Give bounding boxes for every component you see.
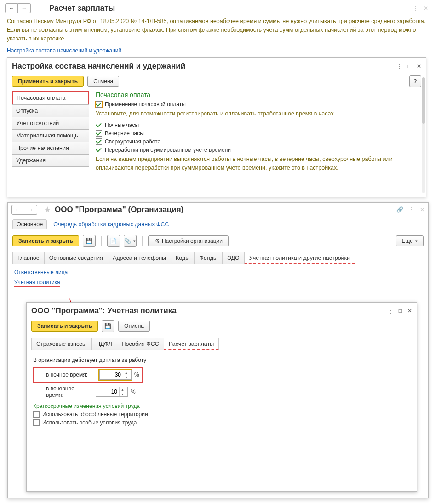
save-close-button[interactable]: Записать и закрыть [12, 235, 79, 246]
page-title: Расчет зарплаты [49, 4, 115, 13]
save-button[interactable] [102, 320, 114, 332]
overtime-checkbox[interactable] [96, 138, 102, 145]
tab-salary-calc[interactable]: Расчет зарплаты [164, 338, 219, 350]
divider [101, 236, 102, 246]
tab-insurance[interactable]: Страховые взносы [31, 338, 92, 350]
side-tab-absence[interactable]: Учет отсутствий [12, 117, 89, 130]
section-title: Краткосрочные изменения условий труда [33, 403, 410, 409]
maximize-icon[interactable] [408, 63, 411, 69]
percent-label: % [131, 389, 136, 395]
menu-icon[interactable] [412, 5, 418, 11]
night-row-highlight: в ночное время: ▲ ▼ % [33, 367, 143, 383]
spin-up[interactable]: ▲ [123, 370, 129, 375]
config-link[interactable]: Настройка состава начислений и удержаний [1, 46, 127, 55]
spin-down[interactable]: ▼ [123, 375, 129, 379]
maximize-icon[interactable] [399, 308, 402, 314]
hourly-checkbox[interactable] [96, 101, 102, 108]
policy-link[interactable]: Учетная политика [14, 279, 60, 287]
night-input[interactable] [100, 372, 123, 378]
attach-icon [124, 238, 131, 244]
apply-close-button[interactable]: Применить и закрыть [12, 76, 84, 87]
org-panel: ← → ★ ООО "Программа" (Организация) Осно… [7, 202, 429, 498]
subnav-queue[interactable]: Очередь обработки кадровых данных ФСС [53, 221, 169, 228]
tab-funds[interactable]: Фонды [194, 252, 223, 264]
policy-title: ООО "Программа": Учетная политика [31, 306, 177, 315]
hourly-label: Применение почасовой оплаты [105, 101, 186, 108]
schedule-help: Если на вашем предприятии выполняются ра… [96, 155, 421, 172]
link-icon[interactable] [396, 206, 403, 213]
tab-policy-settings[interactable]: Учетная политика и другие настройки [244, 252, 355, 264]
evening-checkbox[interactable] [96, 130, 102, 137]
print-icon [154, 238, 160, 244]
tab-basic[interactable]: Основные сведения [44, 252, 108, 264]
menu-icon[interactable] [409, 206, 414, 213]
side-tab-hourly[interactable]: Почасовая оплата [12, 91, 89, 105]
spin-down[interactable]: ▼ [120, 392, 126, 396]
side-tab-deductions[interactable]: Удержания [12, 154, 89, 167]
menu-icon[interactable] [397, 63, 402, 69]
night-spinner: ▲ ▼ [99, 370, 132, 380]
evening-label: в вечернее время: [33, 385, 93, 398]
org-header: ← → ★ ООО "Программа" (Организация) [8, 203, 428, 217]
config-header: Настройка состава начислений и удержаний [7, 58, 426, 74]
back-button[interactable]: ← [5, 3, 18, 13]
tab-edo[interactable]: ЭДО [222, 252, 245, 264]
save-icon [104, 323, 111, 329]
cancel-button[interactable]: Отмена [87, 76, 119, 87]
policy-panel: ООО "Программа": Учетная политика Записа… [26, 302, 417, 492]
doc-button[interactable] [107, 235, 120, 247]
attach-button[interactable] [124, 235, 137, 247]
info-text: Согласно Письму Минтруда РФ от 18.05.202… [1, 15, 432, 46]
close-icon[interactable] [424, 5, 428, 11]
subnav-main[interactable]: Основное [12, 219, 47, 229]
scrollbar[interactable] [422, 77, 425, 193]
tab-main[interactable]: Главное [12, 252, 45, 264]
save-button[interactable] [83, 235, 96, 247]
territories-checkbox[interactable] [33, 411, 40, 418]
overtime-label: Сверхурочная работа [105, 138, 160, 145]
outer-actions [412, 5, 428, 11]
summarized-label: Переработки при суммированном учете врем… [105, 147, 231, 153]
org-links: Ответственные лица Учетная политика [8, 264, 428, 292]
more-button[interactable]: Еще [396, 235, 424, 246]
org-subnav: Основное Очередь обработки кадровых данн… [8, 217, 428, 232]
config-side-tabs: Почасовая оплата Отпуска Учет отсутствий… [12, 91, 89, 176]
tab-benefits[interactable]: Пособия ФСС [117, 338, 164, 350]
forward-button[interactable]: → [24, 205, 37, 215]
save-close-button[interactable]: Записать и закрыть [31, 321, 98, 332]
org-title: ООО "Программа" (Организация) [55, 205, 183, 214]
cancel-button[interactable]: Отмена [118, 321, 150, 332]
evening-input[interactable] [96, 389, 119, 395]
side-tab-vacation[interactable]: Отпуска [12, 104, 89, 117]
menu-icon[interactable] [388, 308, 393, 314]
print-settings-button[interactable]: Настройки организации [148, 235, 229, 246]
side-tab-other[interactable]: Прочие начисления [12, 142, 89, 155]
night-checkbox[interactable] [96, 122, 102, 128]
summarized-checkbox[interactable] [96, 147, 102, 153]
responsible-link[interactable]: Ответственные лица [14, 269, 422, 275]
tab-codes[interactable]: Коды [171, 252, 195, 264]
close-icon[interactable] [420, 206, 424, 213]
policy-body: В организации действует доплата за работ… [27, 350, 417, 430]
policy-header: ООО "Программа": Учетная политика [27, 303, 417, 319]
territories-label: Использовать обособленные территории [42, 411, 148, 418]
back-button[interactable]: ← [11, 205, 24, 215]
star-icon[interactable]: ★ [44, 205, 51, 215]
config-content: Почасовая оплата Применение почасовой оп… [96, 91, 421, 176]
policy-tabs: Страховые взносы НДФЛ Пособия ФСС Расчет… [27, 336, 417, 350]
tab-ndfl[interactable]: НДФЛ [91, 338, 117, 350]
content-heading: Почасовая оплата [96, 91, 421, 98]
tab-addresses[interactable]: Адреса и телефоны [108, 252, 171, 264]
side-tab-material[interactable]: Материальная помощь [12, 129, 89, 142]
config-body: Почасовая оплата Отпуска Учет отсутствий… [7, 91, 426, 180]
close-icon[interactable] [417, 63, 421, 69]
policy-toolbar: Записать и закрыть Отмена [27, 319, 417, 336]
close-icon[interactable] [407, 308, 412, 314]
org-toolbar: Записать и закрыть Настройки организации… [8, 232, 428, 250]
help-button[interactable]: ? [409, 75, 421, 87]
forward-button[interactable]: → [18, 3, 31, 13]
config-title: Настройка состава начислений и удержаний [12, 62, 185, 71]
spin-up[interactable]: ▲ [120, 387, 126, 392]
night-label: Ночные часы [105, 122, 139, 128]
conditions-checkbox[interactable] [33, 419, 40, 426]
